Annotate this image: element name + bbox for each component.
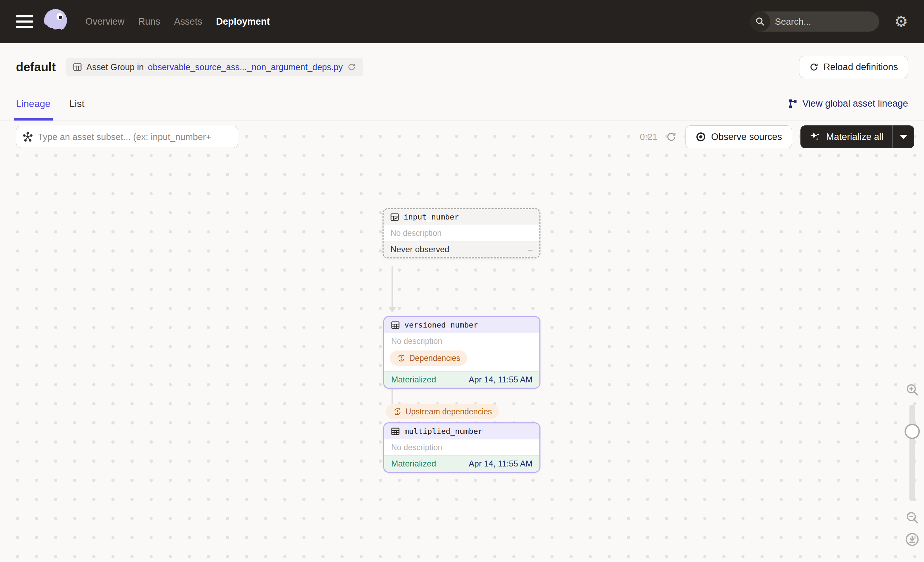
asset-subset-input[interactable] bbox=[38, 132, 231, 143]
asset-group-label: Asset Group in bbox=[86, 62, 144, 72]
edge-input-to-versioned bbox=[392, 266, 393, 307]
badge-refresh-icon[interactable] bbox=[347, 63, 356, 72]
sync-alert-icon bbox=[393, 407, 402, 416]
reload-icon bbox=[809, 62, 819, 72]
toolbar-right: 0:21 Observe sources bbox=[640, 125, 914, 148]
dependencies-tag-label: Dependencies bbox=[409, 353, 460, 363]
dependencies-tag[interactable]: Dependencies bbox=[390, 350, 467, 366]
asset-name: versioned_number bbox=[404, 321, 478, 329]
top-navbar: Overview Runs Assets Deployment / ⚙ bbox=[0, 0, 924, 43]
asset-group-badge: Asset Group in observable_source_ass..._… bbox=[66, 58, 363, 77]
eye-icon bbox=[695, 131, 706, 143]
asset-node-header: multiplied_number bbox=[384, 424, 539, 439]
asset-group-icon bbox=[72, 62, 82, 72]
edge-arrowhead bbox=[388, 307, 396, 313]
asset-status-row: Materialized Apr 14, 11:55 AM bbox=[384, 455, 539, 472]
asset-description: No description bbox=[384, 439, 539, 455]
view-global-asset-lineage-link[interactable]: View global asset lineage bbox=[787, 98, 908, 110]
view-global-asset-lineage-label: View global asset lineage bbox=[802, 98, 908, 109]
zoom-out-icon[interactable] bbox=[905, 510, 920, 525]
asset-status-value: – bbox=[528, 245, 532, 254]
upstream-dependencies-tag[interactable]: Upstream dependencies bbox=[386, 404, 499, 419]
nav-item-assets[interactable]: Assets bbox=[174, 17, 202, 27]
sync-alert-icon bbox=[397, 353, 406, 363]
materialize-all-button[interactable]: Materialize all bbox=[800, 125, 914, 148]
hamburger-menu-icon[interactable] bbox=[16, 15, 33, 28]
nav-items: Overview Runs Assets Deployment bbox=[86, 17, 270, 27]
search-input[interactable] bbox=[770, 17, 879, 27]
asset-name: input_number bbox=[404, 213, 459, 221]
nav-item-runs[interactable]: Runs bbox=[138, 17, 160, 27]
zoom-slider[interactable] bbox=[909, 405, 915, 501]
nav-item-deployment[interactable]: Deployment bbox=[216, 17, 270, 27]
zoom-in-icon[interactable] bbox=[905, 382, 920, 397]
toolbar-refresh-icon[interactable] bbox=[666, 131, 677, 143]
materialize-all-label: Materialize all bbox=[826, 132, 884, 143]
tabs-row: Lineage List View global asset lineage bbox=[0, 87, 924, 121]
tabs: Lineage List bbox=[16, 87, 84, 120]
lineage-canvas[interactable]: 0:21 Observe sources bbox=[0, 121, 924, 562]
search-icon[interactable] bbox=[750, 12, 770, 32]
upstream-dependencies-label: Upstream dependencies bbox=[405, 407, 492, 416]
reload-definitions-button[interactable]: Reload definitions bbox=[799, 56, 908, 78]
source-table-icon bbox=[390, 212, 399, 222]
dagster-logo-icon[interactable] bbox=[42, 8, 69, 35]
asset-node-input-number[interactable]: input_number No description Never observ… bbox=[382, 208, 540, 258]
download-icon[interactable] bbox=[904, 532, 920, 547]
tab-list[interactable]: List bbox=[69, 87, 85, 120]
table-icon bbox=[390, 320, 400, 330]
materialize-dropdown-button[interactable] bbox=[893, 125, 914, 148]
page-header: default Asset Group in observable_source… bbox=[0, 43, 924, 87]
asset-tag-row: Dependencies bbox=[384, 349, 539, 371]
topnav-right: / ⚙ bbox=[750, 12, 908, 32]
asset-status-row: Never observed – bbox=[384, 241, 539, 257]
asset-status-label: Materialized bbox=[391, 375, 436, 385]
asset-node-multiplied-number[interactable]: multiplied_number No description Materia… bbox=[383, 422, 540, 473]
zoom-controls bbox=[904, 382, 920, 547]
observe-sources-button[interactable]: Observe sources bbox=[685, 125, 792, 148]
asset-graph-filter-icon bbox=[22, 132, 33, 142]
asset-description: No description bbox=[384, 225, 539, 241]
observe-sources-label: Observe sources bbox=[711, 132, 782, 143]
asset-description: No description bbox=[384, 333, 539, 349]
dagster-app: Overview Runs Assets Deployment / ⚙ defa… bbox=[0, 0, 924, 562]
gear-icon[interactable]: ⚙ bbox=[894, 14, 908, 29]
asset-status-label: Materialized bbox=[391, 459, 436, 469]
lineage-icon bbox=[787, 98, 798, 110]
refresh-timer: 0:21 bbox=[640, 132, 657, 143]
asset-group-file-link[interactable]: observable_source_ass..._non_argument_de… bbox=[148, 62, 343, 72]
graph-toolbar: 0:21 Observe sources bbox=[16, 125, 914, 148]
reload-definitions-label: Reload definitions bbox=[824, 62, 898, 72]
asset-name: multiplied_number bbox=[404, 427, 483, 436]
asset-node-versioned-number[interactable]: versioned_number No description Dependen… bbox=[383, 316, 540, 389]
table-icon bbox=[390, 427, 400, 436]
asset-status-timestamp[interactable]: Apr 14, 11:55 AM bbox=[469, 375, 532, 385]
search-box[interactable]: / bbox=[750, 12, 879, 32]
asset-node-header: input_number bbox=[384, 209, 539, 225]
tab-lineage[interactable]: Lineage bbox=[16, 87, 51, 120]
asset-status-timestamp[interactable]: Apr 14, 11:55 AM bbox=[469, 459, 532, 469]
asset-filter-box[interactable] bbox=[16, 126, 238, 148]
page-title: default bbox=[16, 60, 56, 74]
sparkle-icon bbox=[810, 131, 821, 143]
asset-status-row: Materialized Apr 14, 11:55 AM bbox=[384, 371, 539, 388]
asset-node-header: versioned_number bbox=[384, 317, 539, 333]
zoom-slider-handle[interactable] bbox=[904, 424, 920, 439]
nav-item-overview[interactable]: Overview bbox=[86, 17, 124, 27]
materialize-all-main[interactable]: Materialize all bbox=[800, 125, 892, 148]
asset-status-label: Never observed bbox=[390, 245, 449, 254]
caret-down-icon bbox=[900, 135, 908, 139]
